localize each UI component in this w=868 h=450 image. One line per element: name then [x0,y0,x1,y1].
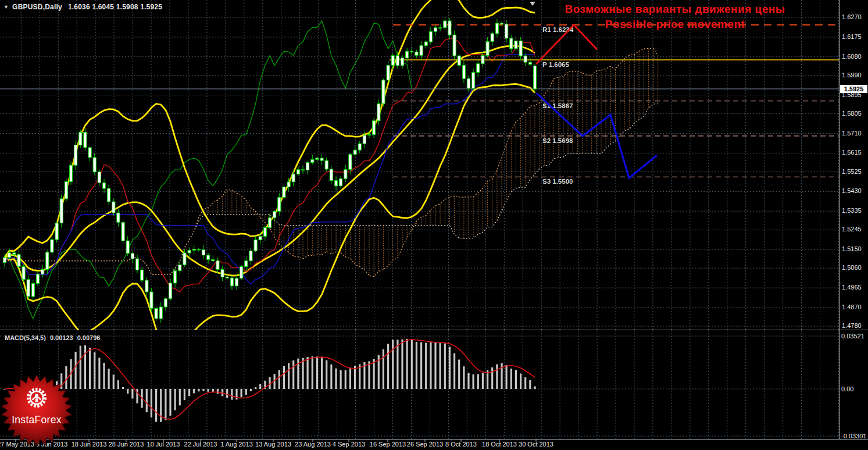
date-tick: 13 Aug 2013 [255,441,291,448]
forecast-annotation: Возможные варианты движения цены Possibl… [498,2,852,32]
macd-tick: -0.03301 [841,433,866,440]
price-tick: 1.5805 [842,110,862,117]
date-tick: 23 Aug 2013 [295,441,331,448]
annotation-line-en: Possible price movement [498,17,852,32]
price-tick: 1.5335 [842,207,862,214]
logo-text: InstaForex [12,414,62,426]
date-tick: 22 Jul 2013 [184,441,217,448]
grid-vertical [21,0,838,330]
price-tick: 1.5710 [842,130,862,137]
price-tick: 1.4965 [842,284,862,291]
macd-tick: 0.03521 [841,333,865,340]
date-tick: 18 Jun 2013 [72,441,107,448]
bollinger-middle-line [5,46,535,276]
date-tick: 4 Sep 2013 [333,441,365,448]
date-tick: 28 Jun 2013 [109,441,144,448]
ohlc-values: 1.6036 1.6045 1.5908 1.5925 [68,3,162,11]
macd-main-value: 0.00123 [50,334,73,341]
date-tick: 26 Sep 2013 [407,441,443,448]
pivot-label-s3: S3 1.5500 [542,178,573,185]
macd-indicator-label: MACD(5,34,5)0.001230.00796 [5,334,104,341]
price-tick: 1.5060 [842,264,862,271]
price-tick: 1.4870 [842,303,862,310]
symbol-dropdown-icon[interactable]: ▼ [3,4,9,10]
chart-canvas[interactable]: R1 1.6234P 1.6065S1 1.5867S2 1.5698S3 1.… [0,0,868,450]
date-tick: 1 Aug 2013 [220,441,253,448]
macd-signal-value: 0.00796 [77,334,101,341]
price-tick: 1.5245 [842,226,862,233]
macd-tick: 0.00 [841,385,853,392]
price-tick: 1.4780 [842,322,862,329]
date-tick: 30 Oct 2013 [519,441,553,448]
logo-starburst [1,375,72,446]
annotation-line-ru: Возможные варианты движения цены [498,2,852,17]
mt4-chart-window: R1 1.6234P 1.6065S1 1.5867S2 1.5698S3 1.… [0,0,868,450]
date-tick: 8 Oct 2013 [445,441,477,448]
tenkan-sen-line [5,39,535,292]
current-price-tag: 1.5925 [840,85,867,93]
date-tick: 16 Sep 2013 [370,441,406,448]
price-tick: 1.5990 [842,72,862,78]
price-tick: 1.5615 [842,149,862,156]
symbol-period-label: GBPUSD,Daily [12,3,62,11]
price-tick: 1.6175 [842,33,862,40]
date-tick: 10 Jul 2013 [147,441,180,448]
grid-horizontal [0,17,839,326]
price-tick: 1.5150 [842,245,862,252]
price-tick: 1.5430 [842,187,862,194]
pivot-label-s2: S2 1.5698 [542,137,573,144]
macd-name: MACD(5,34,5) [5,334,46,341]
instaforex-logo: InstaForex [1,374,73,449]
price-tick: 1.6080 [842,53,862,60]
pivot-label-p: P 1.6065 [542,61,569,68]
chart-title-bar: ▼GBPUSD,Daily1.6036 1.6045 1.5908 1.5925 [3,3,162,11]
price-tick: 1.5525 [842,168,862,175]
macd-layer [0,336,839,436]
candles-layer [3,17,536,323]
date-tick: 18 Oct 2013 [482,441,517,448]
